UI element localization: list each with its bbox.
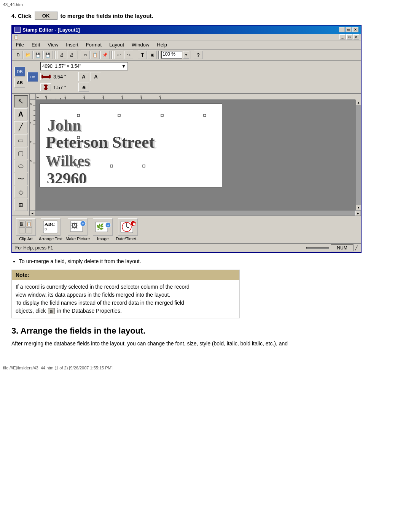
text-style-btn-a[interactable]: A [91, 72, 101, 81]
ruler-horizontal: in 0 1 2 3 4 [36, 94, 355, 100]
scroll-track-h[interactable] [35, 211, 355, 216]
datetime-button[interactable]: ⏰ [118, 218, 138, 236]
select-tool[interactable]: ↖ [14, 95, 28, 107]
note-header: Note: [12, 270, 239, 280]
frame-button[interactable]: ▣ [148, 51, 157, 59]
print-preview-btn[interactable]: 🖨 [78, 83, 89, 92]
roundrect-tool[interactable]: ▢ [14, 147, 28, 159]
text-tool[interactable]: A [14, 108, 28, 120]
image-label: Image [97, 236, 109, 241]
restore-button[interactable]: ▭ [346, 27, 352, 32]
main-toolbar: 🗋 📂 💾 💾 🖨 🖨 ✂ 📋 📌 ↩ ↪ T ▣ 100 % ▼ ? [12, 50, 361, 61]
close-button[interactable]: ✕ [352, 27, 358, 32]
save2-button[interactable]: 💾 [43, 51, 53, 59]
image-tool: 🌿 + Image [93, 218, 113, 241]
bottom-toolbar: 🖼 📋 Clip Art ABC D A [12, 216, 361, 243]
sep4 [135, 51, 136, 59]
clip-art-button[interactable]: 🖼 📋 [16, 218, 36, 236]
window-title: Stamp Editor - [Layout1] [22, 27, 80, 33]
menu-layout[interactable]: Layout [105, 41, 128, 48]
mdi-restore[interactable]: ▭ [346, 34, 352, 40]
svg-text:0: 0 [30, 103, 32, 105]
titlebar: Stamp Editor - [Layout1] _ ▭ ✕ [12, 26, 361, 34]
copy-button[interactable]: 📋 [91, 51, 100, 59]
height-icon-svg [41, 84, 51, 91]
scroll-track-v[interactable] [356, 105, 361, 205]
svg-text:+: + [82, 222, 84, 226]
step4-label: 4. Click [11, 13, 32, 19]
left-toolbox: ↖ A ╱ ▭ ▢ ⬭ 〜 ◇ ⊞ [12, 94, 30, 216]
titlebar-left: Stamp Editor - [Layout1] [14, 27, 80, 33]
svg-text:32960: 32960 [48, 171, 88, 183]
props-row-width: 3.54 " A A [40, 72, 358, 81]
db-icon3[interactable]: DB [27, 72, 38, 82]
scrollbar-bottom: ◄ ► [30, 210, 361, 216]
menu-help[interactable]: Help [153, 41, 171, 48]
text-style-btn-A[interactable]: A [78, 72, 89, 81]
open-button[interactable]: 📂 [24, 51, 33, 59]
clip-art-label: Clip Art [19, 236, 32, 241]
svg-text:📋: 📋 [27, 222, 32, 227]
ok-button[interactable]: OK [35, 11, 57, 20]
cut-button[interactable]: ✂ [81, 51, 90, 59]
arrange-text-button[interactable]: ABC D [41, 218, 61, 236]
menu-file[interactable]: File [12, 41, 28, 48]
frame-tool[interactable]: ⊞ [14, 199, 28, 211]
svg-rect-9 [44, 88, 48, 89]
line-tool[interactable]: ╱ [14, 121, 28, 133]
rect-tool[interactable]: ▭ [14, 134, 28, 146]
save-button[interactable]: 💾 [33, 51, 43, 59]
page-footer: file:///E|/insiders/43_44.htm (1 of 2) [… [0, 363, 411, 372]
arrange-text-icon: ABC D [42, 220, 59, 234]
redo-button[interactable]: ↪ [124, 51, 133, 59]
props-right-btns: A A [78, 72, 101, 81]
text-button[interactable]: T [138, 51, 147, 59]
scroll-right-button[interactable]: ► [355, 211, 361, 216]
props-icon-group: DB AB [14, 67, 25, 88]
menu-view[interactable]: View [44, 41, 62, 48]
scroll-up-button[interactable]: ▲ [356, 100, 361, 105]
curve-tool[interactable]: 〜 [14, 173, 28, 185]
arrange-text-label: Arrange Text [39, 236, 62, 241]
image-button[interactable]: 🌿 + [93, 218, 113, 236]
db-icon1[interactable]: DB [14, 67, 25, 77]
svg-text:6: 6 [159, 95, 161, 98]
zoom-dropdown[interactable]: ▼ [183, 51, 189, 59]
mdi-minimize[interactable]: _ [339, 34, 346, 40]
h-ruler-svg: in 0 1 2 3 4 [36, 94, 355, 100]
help-button[interactable]: ? [194, 51, 203, 59]
print2-button[interactable]: 🖨 [67, 51, 76, 59]
v-ruler-svg: 0 1 2 3 [30, 100, 36, 210]
svg-text:2: 2 [83, 95, 85, 98]
print-button[interactable]: 🖨 [57, 51, 66, 59]
menu-insert[interactable]: Insert [62, 41, 82, 48]
props-main: 4090: 1.57" × 3.54" ▼ 3.54 [40, 62, 358, 92]
zoom-control: 100 % ▼ [161, 51, 189, 59]
svg-text:🖼: 🖼 [71, 222, 78, 230]
stamp-svg: John John Peterson Street Peterson Stree… [44, 110, 218, 183]
new-button[interactable]: 🗋 [14, 51, 23, 59]
layout-dropdown[interactable]: 4090: 1.57" × 3.54" ▼ [40, 62, 128, 70]
image-icon: 🌿 + [94, 220, 111, 234]
editor-body: ↖ A ╱ ▭ ▢ ⬭ 〜 ◇ ⊞ [12, 94, 361, 216]
menu-window[interactable]: Window [128, 41, 153, 48]
menu-format[interactable]: Format [82, 41, 105, 48]
ellipse-tool[interactable]: ⬭ [14, 160, 28, 172]
paste-button[interactable]: 📌 [100, 51, 110, 59]
svg-rect-53 [77, 136, 80, 139]
canvas-row: 0 1 2 3 [30, 100, 361, 210]
minimize-button[interactable]: _ [339, 27, 345, 32]
mdi-close[interactable]: ✕ [353, 34, 359, 40]
props-row-dropdown: 4090: 1.57" × 3.54" ▼ [40, 62, 358, 70]
diamond-tool[interactable]: ◇ [14, 186, 28, 198]
zoom-input[interactable]: 100 % [161, 51, 182, 59]
sep3 [111, 51, 113, 59]
make-picture-button[interactable]: 🖼 + [68, 218, 88, 236]
db-icon2[interactable]: AB [14, 78, 25, 88]
undo-button[interactable]: ↩ [114, 51, 123, 59]
scroll-left-button[interactable]: ◄ [30, 211, 35, 216]
width-value: 3.54 " [53, 74, 76, 80]
section3-para: After merging the database fields into t… [11, 340, 400, 348]
scroll-down-button[interactable]: ▼ [356, 205, 361, 210]
menu-edit[interactable]: Edit [28, 41, 44, 48]
